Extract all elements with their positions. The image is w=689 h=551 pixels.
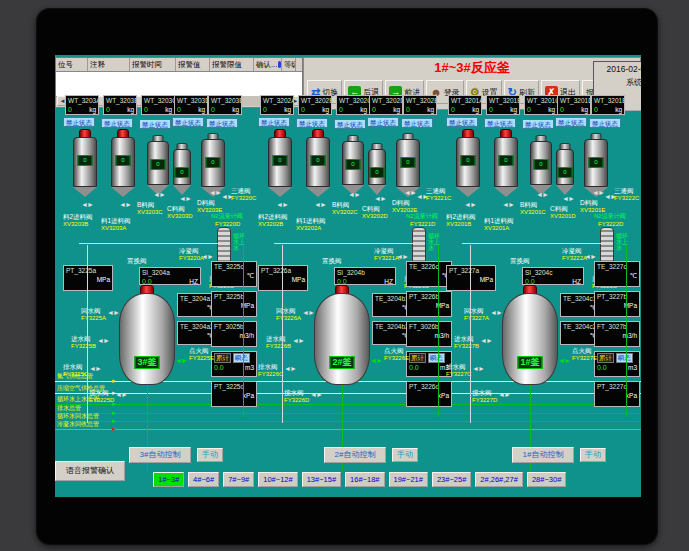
- instrument-tag: SI_3204a: [142, 269, 198, 277]
- weight-indicator: WT_3202B0kg: [298, 95, 332, 115]
- feed-valve-icon[interactable]: ◄►: [562, 195, 574, 202]
- instrument-value: 0: [339, 106, 343, 114]
- water-valve-icon[interactable]: ◄►: [302, 309, 314, 316]
- ignite-valve-icon[interactable]: ◄►: [558, 357, 570, 364]
- water-valve-icon[interactable]: ◄►: [115, 391, 127, 398]
- page-tab[interactable]: 23#~25#: [432, 472, 471, 487]
- page-tab[interactable]: 16#~18#: [345, 472, 384, 487]
- instrument-unit: kPa: [626, 392, 637, 400]
- page-tab[interactable]: 28#~30#: [527, 472, 566, 487]
- instrument-tag: WT_3201C: [527, 97, 555, 105]
- page-tab[interactable]: 1#~3#: [153, 472, 184, 487]
- status-label: 禁止状态: [63, 117, 95, 127]
- totalizer-mode-button[interactable]: 累计: [597, 353, 614, 363]
- page-tab[interactable]: 7#~9#: [223, 472, 254, 487]
- instrument-tag: WT_3201E: [594, 97, 622, 105]
- manual-mode-button[interactable]: 手动: [392, 448, 418, 462]
- valve-tag: FY3227E: [572, 355, 597, 362]
- valve-label: 料1进料阀: [484, 217, 514, 224]
- water-valve-icon[interactable]: ◄►: [498, 391, 510, 398]
- swap-valve-label: 置换阀: [322, 257, 342, 264]
- flow-totalizer: 累计瞬态0.0m3: [594, 351, 640, 377]
- instrument-value-row: kPa: [597, 392, 637, 400]
- instrument-value: 0: [263, 106, 267, 114]
- feed-valve-icon[interactable]: ◄►: [179, 195, 191, 202]
- instant-mode-button[interactable]: 瞬态: [233, 353, 250, 363]
- instrument-value-row: ℃: [597, 272, 637, 280]
- page-tab[interactable]: 4#~6#: [188, 472, 219, 487]
- totalizer-mode-button[interactable]: 累计: [214, 353, 231, 363]
- water-valve-icon[interactable]: ◄►: [490, 309, 502, 316]
- totalizer-toggle-row: 累计瞬态: [409, 353, 449, 363]
- feed-valve-icon[interactable]: ◄►: [348, 191, 360, 198]
- feed-valve-icon[interactable]: ◄►: [153, 191, 165, 198]
- condenser-valve-icon[interactable]: ◄►: [201, 253, 213, 260]
- page-tab[interactable]: 10#~12#: [258, 472, 297, 487]
- valve-tag: FY3226B: [266, 343, 291, 350]
- water-valve-icon[interactable]: ◄►: [472, 365, 484, 372]
- instrument-tag: WT_3202A: [263, 97, 291, 105]
- pipe-line-vertical: [243, 245, 244, 417]
- condenser-valve-icon[interactable]: ◄►: [584, 253, 596, 260]
- valve-tag: FY3220C: [231, 195, 256, 202]
- weight-indicator: WT_3202C0kg: [336, 95, 370, 115]
- instrument-tag: WT_3203E: [211, 97, 239, 105]
- auto-control-button[interactable]: 1#自动控制: [512, 447, 574, 463]
- instrument-value: 0: [177, 106, 181, 114]
- feed-valve-icon[interactable]: ◄►: [119, 201, 131, 208]
- feed-valve-icon[interactable]: ◄►: [592, 189, 604, 196]
- water-valve-icon[interactable]: ◄►: [97, 337, 109, 344]
- reactor-group-3: WT_3203A0kgWT_3203B0kgWT_3203C0kgWT_3203…: [63, 95, 258, 475]
- feed-valve-icon[interactable]: ◄►: [502, 201, 514, 208]
- feed-valve-icon[interactable]: ◄►: [209, 189, 221, 196]
- page-tab[interactable]: 19#~21#: [389, 472, 428, 487]
- instrument-tag: WT_3202D: [372, 97, 400, 105]
- ignite-valve-icon[interactable]: ◄►: [370, 357, 382, 364]
- feed-tank: 0: [396, 131, 420, 197]
- instrument-value-row: 0.0HZ: [142, 278, 198, 285]
- instant-mode-button[interactable]: 瞬态: [616, 353, 633, 363]
- feed-valve-icon[interactable]: ◄►: [276, 201, 288, 208]
- valve-label: B料阀: [520, 201, 537, 208]
- pipe-line-vertical: [626, 245, 627, 417]
- feed-valve-icon[interactable]: ◄►: [464, 201, 476, 208]
- auto-control-button[interactable]: 3#自动控制: [129, 447, 191, 463]
- feed-valve-icon[interactable]: ◄►: [314, 201, 326, 208]
- feed-valve-icon[interactable]: ◄►: [374, 195, 386, 202]
- feed-valve-icon[interactable]: ◄►: [536, 191, 548, 198]
- instrument-tag: PT_3225d: [214, 383, 254, 391]
- page-tab[interactable]: 13#~15#: [302, 472, 341, 487]
- feed-valve-icon[interactable]: ◄►: [81, 201, 93, 208]
- condenser-valve-icon[interactable]: ◄►: [396, 253, 408, 260]
- page-tab[interactable]: 2#,26#,27#: [475, 472, 523, 487]
- water-valve-icon[interactable]: ◄►: [292, 337, 304, 344]
- valve-tag: FY3225E: [189, 355, 214, 362]
- weight-indicator: WT_3202A0kg: [260, 95, 294, 115]
- instrument-tag: TE_3225c: [214, 263, 254, 271]
- water-valve-icon[interactable]: ◄►: [89, 365, 101, 372]
- valve-tag: XV3202C: [332, 209, 358, 216]
- tank-cone: [111, 187, 135, 197]
- valve-tag: FY3225A: [81, 315, 106, 322]
- totalizer-mode-button[interactable]: 累计: [409, 353, 426, 363]
- feed-valve-icon[interactable]: ◄►: [404, 189, 416, 196]
- instrument-unit: kg: [548, 106, 555, 114]
- instant-mode-button[interactable]: 瞬态: [428, 353, 445, 363]
- water-valve-icon[interactable]: ◄►: [107, 309, 119, 316]
- water-valve-icon[interactable]: ◄►: [480, 337, 492, 344]
- instrument-value-row: 0kg: [372, 106, 400, 114]
- manual-mode-button[interactable]: 手动: [197, 448, 223, 462]
- instrument-value: 0.0: [525, 278, 535, 285]
- water-valve-icon[interactable]: ◄►: [284, 365, 296, 372]
- tank-level-display: 0: [175, 167, 190, 178]
- pipe-line-vertical: [282, 245, 283, 423]
- instrument-value-row: ℃: [563, 304, 597, 312]
- n2-flow-valve-label: N2流量计阀: [211, 213, 243, 220]
- valve-label: 搅水阀: [472, 389, 492, 396]
- ignite-valve-icon[interactable]: ◄►: [175, 357, 187, 364]
- water-valve-icon[interactable]: ◄►: [310, 391, 322, 398]
- instrument-value-row: MPa: [409, 302, 449, 310]
- manual-mode-button[interactable]: 手动: [580, 448, 606, 462]
- auto-control-button[interactable]: 2#自动控制: [324, 447, 386, 463]
- voice-alarm-ack-button[interactable]: 语音报警确认: [55, 461, 125, 481]
